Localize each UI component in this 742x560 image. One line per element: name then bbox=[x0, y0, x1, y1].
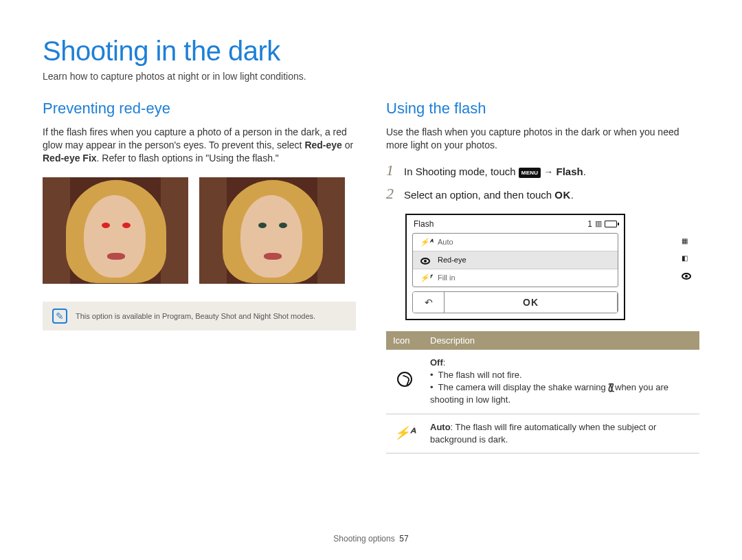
lcd-screenshot: Flash 1 ▥ ⚡ᴬ Auto bbox=[405, 214, 625, 320]
page-number: 57 bbox=[399, 534, 408, 544]
flash-auto-icon: ⚡ᴬ bbox=[420, 238, 431, 247]
lcd-item-label: Auto bbox=[438, 238, 453, 246]
step-2: 2 Select an option, and then touch OK. bbox=[386, 185, 699, 203]
bullet-text: The flash will not fire. bbox=[438, 370, 522, 380]
step-number: 1 bbox=[386, 161, 397, 179]
flash-options-table: Icon Description Off: • The flash will n… bbox=[386, 331, 699, 453]
photo-fixed bbox=[199, 177, 345, 284]
bold-red-eye: Red-eye bbox=[304, 139, 341, 150]
battery-icon bbox=[605, 221, 617, 227]
page-footer: Shooting options 57 bbox=[0, 534, 742, 544]
flash-off-icon bbox=[397, 372, 412, 387]
photo-red-eye bbox=[43, 177, 188, 284]
flash-label: Flash bbox=[556, 166, 583, 177]
th-icon: Icon bbox=[386, 331, 423, 350]
lcd-side-icon: ▦ bbox=[682, 237, 691, 245]
text: . bbox=[583, 166, 586, 177]
lcd-ok-button[interactable]: OK bbox=[445, 292, 618, 313]
table-row: Off: • The flash will not fire. • The ca… bbox=[386, 350, 699, 414]
lcd-item-auto[interactable]: ⚡ᴬ Auto bbox=[413, 234, 618, 251]
text: . Refer to flash options in "Using the f… bbox=[97, 153, 279, 164]
flash-paragraph: Use the flash when you capture photos in… bbox=[386, 126, 699, 152]
menu-icon: MENU bbox=[519, 168, 541, 178]
lcd-item-red-eye[interactable]: Red-eye bbox=[413, 251, 618, 269]
bold-red-eye-fix: Red-eye Fix bbox=[43, 153, 97, 164]
text: In Shooting mode, touch bbox=[404, 166, 519, 177]
row-title: Off bbox=[430, 357, 443, 368]
arrow-icon: → bbox=[543, 166, 553, 177]
text: Select an option, and then touch bbox=[404, 189, 554, 201]
off-icon-cell bbox=[386, 350, 423, 414]
ok-icon: OK bbox=[554, 189, 571, 201]
lcd-item-fill-in[interactable]: ⚡ᶠ Fill in bbox=[413, 269, 618, 287]
flash-auto-icon: ⚡ᴬ bbox=[394, 426, 415, 440]
lcd-side-eye-icon bbox=[682, 271, 691, 280]
heading-flash: Using the flash bbox=[386, 100, 699, 117]
sd-icon: ▥ bbox=[595, 219, 602, 228]
auto-icon-cell: ⚡ᴬ bbox=[386, 414, 423, 453]
step-number: 2 bbox=[386, 185, 397, 203]
note-box: ✎ This option is available in Program, B… bbox=[43, 302, 356, 331]
step-1: 1 In Shooting mode, touch MENU → Flash. bbox=[386, 161, 699, 179]
intro-text: Learn how to capture photos at night or … bbox=[43, 71, 699, 82]
eye-icon bbox=[420, 256, 431, 265]
heading-red-eye: Preventing red-eye bbox=[43, 100, 356, 117]
row-text: : The flash will fire automatically when… bbox=[430, 422, 656, 445]
example-photo-pair bbox=[43, 177, 356, 284]
lcd-title-text: Flash bbox=[414, 219, 434, 229]
lcd-item-label: Fill in bbox=[438, 273, 456, 282]
table-row: ⚡ᴬ Auto: The flash will fire automatical… bbox=[386, 414, 699, 453]
col-preventing-red-eye: Preventing red-eye If the flash fires wh… bbox=[43, 100, 356, 453]
th-description: Description bbox=[423, 331, 699, 350]
text: or bbox=[342, 139, 353, 150]
footer-section: Shooting options bbox=[333, 534, 394, 544]
lcd-back-button[interactable]: ↶ bbox=[413, 292, 445, 313]
page-title: Shooting in the dark bbox=[43, 36, 699, 67]
row-title: Auto bbox=[430, 422, 451, 432]
flash-fill-icon: ⚡ᶠ bbox=[420, 273, 431, 282]
red-eye-paragraph: If the flash fires when you capture a ph… bbox=[43, 126, 356, 165]
col-using-flash: Using the flash Use the flash when you c… bbox=[386, 100, 699, 453]
bullet-text: The camera will display the shake warnin… bbox=[438, 382, 609, 392]
lcd-item-label: Red-eye bbox=[438, 256, 466, 264]
text: . bbox=[571, 189, 574, 201]
text: If the flash fires when you capture a ph… bbox=[43, 126, 347, 150]
lcd-side-icon: ◧ bbox=[682, 254, 691, 262]
lcd-counter: 1 bbox=[587, 219, 592, 229]
note-icon: ✎ bbox=[52, 309, 67, 324]
note-text: This option is available in Program, Bea… bbox=[76, 312, 315, 320]
